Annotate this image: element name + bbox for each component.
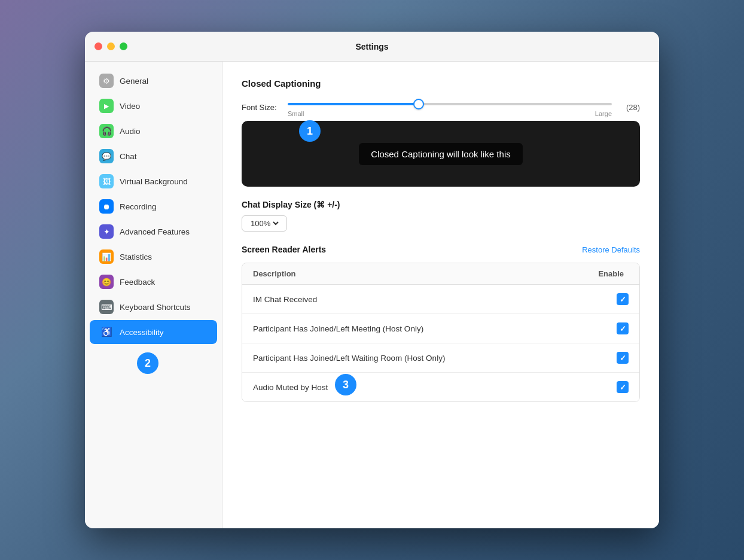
font-size-slider-container: Small Large [288,97,612,117]
checkbox-0[interactable]: ✓ [617,293,629,305]
sidebar-label-video: Video [120,102,140,111]
sidebar-item-general[interactable]: ⚙ General [90,69,217,93]
statistics-icon: 📊 [99,249,114,264]
sidebar-item-virtual-background[interactable]: 🖼 Virtual Background [90,169,217,193]
virtual-background-icon: 🖼 [99,174,114,188]
closed-captioning-title: Closed Captioning [242,78,640,89]
sidebar-item-feedback[interactable]: 😊 Feedback [90,270,217,294]
checkbox-1[interactable]: ✓ [617,322,629,334]
col-enable-header: Enable [598,269,624,278]
sidebar-label-recording: Recording [120,202,157,211]
table-scroll: IM Chat Received ✓ Participant Has Joine… [242,285,639,401]
screen-reader-header: Screen Reader Alerts Restore Defaults [242,245,640,254]
window-title: Settings [355,42,388,51]
table-header: Description Enable [242,263,639,285]
font-size-value: (28) [619,103,640,112]
titlebar: Settings [85,32,659,62]
sidebar-label-keyboard: Keyboard Shortcuts [120,303,191,312]
sidebar-label-chat: Chat [120,152,137,161]
row-label-1: Participant Has Joined/Left Meeting (Hos… [253,324,423,333]
chat-display-section: Chat Display Size (⌘ +/-) 75% 100% 125% … [242,200,640,232]
font-size-slider[interactable] [288,103,612,105]
checkbox-2[interactable]: ✓ [617,352,629,364]
fullscreen-button[interactable] [120,42,127,50]
audio-icon: 🎧 [99,124,114,138]
sidebar-label-statistics: Statistics [120,252,152,261]
caption-preview-text: Closed Captioning will look like this [359,143,522,165]
sidebar-label-audio: Audio [120,127,141,136]
badge-3: 3 [335,374,356,395]
content-area: ⚙ General ▶ Video 🎧 Audio 💬 Chat 🖼 Virtu… [85,62,659,528]
slider-label-small: Small [288,110,304,117]
sidebar-label-accessibility: Accessibility [120,328,164,337]
sidebar-label-advanced: Advanced Features [120,227,190,236]
font-size-row: Font Size: Small Large (28) [242,97,640,117]
badge-1: 1 [299,120,321,142]
sidebar-label-general: General [120,77,148,86]
checkmark-2: ✓ [620,354,626,363]
keyboard-shortcuts-icon: ⌨ [99,300,114,314]
main-content: Closed Captioning Font Size: Small Large… [222,62,659,528]
settings-window: Settings ⚙ General ▶ Video 🎧 Audio 💬 Cha… [85,32,659,528]
row-label-2: Participant Has Joined/Left Waiting Room… [253,354,445,363]
sidebar-item-advanced-features[interactable]: ✦ Advanced Features [90,220,217,244]
col-description-header: Description [253,269,296,278]
chat-icon: 💬 [99,149,114,163]
sidebar-item-video[interactable]: ▶ Video [90,94,217,118]
screen-reader-table: Description Enable IM Chat Received ✓ Pa… [242,263,640,402]
table-row: IM Chat Received ✓ [242,285,639,314]
checkmark-1: ✓ [620,324,626,333]
sidebar-item-statistics[interactable]: 📊 Statistics [90,245,217,269]
table-row: Participant Has Joined/Left Meeting (Hos… [242,314,639,343]
table-row: Audio Muted by Host ✓ [242,373,639,401]
advanced-features-icon: ✦ [99,224,114,239]
row-label-0: IM Chat Received [253,295,317,304]
badge-2: 2 [137,352,158,374]
slider-label-large: Large [595,110,612,117]
table-row: Participant Has Joined/Left Waiting Room… [242,343,639,373]
sidebar: ⚙ General ▶ Video 🎧 Audio 💬 Chat 🖼 Virtu… [85,62,222,528]
chat-display-title: Chat Display Size (⌘ +/-) [242,200,640,209]
slider-labels: Small Large [288,110,612,117]
checkmark-0: ✓ [620,295,626,304]
sidebar-label-vbg: Virtual Background [120,177,188,186]
screen-reader-title: Screen Reader Alerts [242,245,326,254]
checkmark-3: ✓ [620,383,626,392]
sidebar-label-feedback: Feedback [120,278,155,287]
accessibility-icon: ♿ [99,325,114,339]
traffic-lights [94,42,127,50]
minimize-button[interactable] [107,42,115,50]
restore-defaults-link[interactable]: Restore Defaults [582,245,640,254]
chat-display-select-wrapper: 75% 100% 125% 150% [242,215,287,232]
general-icon: ⚙ [99,74,114,88]
sidebar-item-chat[interactable]: 💬 Chat [90,144,217,168]
recording-icon: ⏺ [99,199,114,214]
close-button[interactable] [94,42,102,50]
feedback-icon: 😊 [99,275,114,289]
sidebar-item-keyboard-shortcuts[interactable]: ⌨ Keyboard Shortcuts [90,295,217,319]
chat-display-select[interactable]: 75% 100% 125% 150% [248,218,280,229]
sidebar-item-recording[interactable]: ⏺ Recording [90,194,217,218]
screen-reader-section: Screen Reader Alerts Restore Defaults De… [242,245,640,402]
row-label-3: Audio Muted by Host [253,383,328,392]
sidebar-item-accessibility[interactable]: ♿ Accessibility [90,320,217,344]
video-icon: ▶ [99,99,114,113]
checkbox-3[interactable]: ✓ [617,381,629,393]
font-size-label: Font Size: [242,103,280,112]
sidebar-item-audio[interactable]: 🎧 Audio [90,119,217,143]
